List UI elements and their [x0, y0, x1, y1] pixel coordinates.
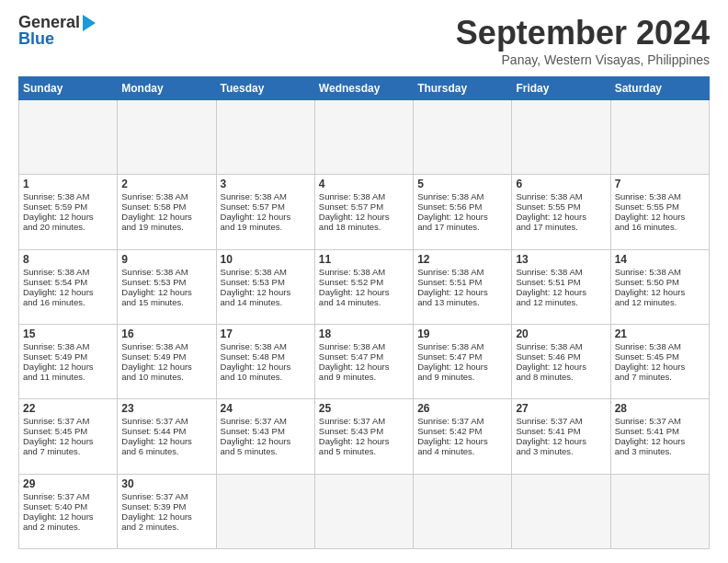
- calendar-cell: [216, 100, 314, 175]
- calendar-cell: 21Sunrise: 5:38 AMSunset: 5:45 PMDayligh…: [610, 324, 709, 398]
- calendar-cell: 13Sunrise: 5:38 AMSunset: 5:51 PMDayligh…: [512, 249, 610, 324]
- day-info: and 5 minutes.: [319, 446, 409, 456]
- day-info: and 2 minutes.: [23, 522, 113, 532]
- calendar-cell: 29Sunrise: 5:37 AMSunset: 5:40 PMDayligh…: [19, 474, 118, 548]
- day-info: Daylight: 12 hours: [23, 362, 113, 372]
- day-number: 3: [221, 178, 311, 190]
- day-info: Sunrise: 5:38 AM: [417, 341, 507, 351]
- header-cell-friday: Friday: [512, 77, 610, 100]
- day-info: Sunrise: 5:37 AM: [516, 416, 606, 426]
- day-info: Sunset: 5:52 PM: [319, 277, 409, 287]
- day-info: and 11 minutes.: [23, 372, 113, 382]
- day-info: and 19 minutes.: [121, 222, 211, 232]
- day-number: 13: [516, 253, 606, 266]
- day-number: 7: [615, 178, 705, 190]
- day-info: and 8 minutes.: [516, 372, 606, 382]
- calendar-cell: [512, 474, 610, 548]
- day-info: Sunset: 5:45 PM: [23, 426, 113, 436]
- day-number: 18: [319, 327, 409, 340]
- day-info: Daylight: 12 hours: [516, 436, 606, 446]
- calendar-cell: [314, 474, 413, 548]
- calendar-cell: 20Sunrise: 5:38 AMSunset: 5:46 PMDayligh…: [512, 324, 610, 398]
- day-number: 15: [23, 327, 113, 340]
- day-info: and 10 minutes.: [221, 372, 311, 382]
- day-info: and 18 minutes.: [319, 222, 409, 232]
- calendar-cell: 18Sunrise: 5:38 AMSunset: 5:47 PMDayligh…: [314, 324, 413, 398]
- day-info: Sunset: 5:43 PM: [319, 426, 409, 436]
- calendar-cell: [19, 100, 118, 175]
- day-info: and 3 minutes.: [516, 446, 606, 456]
- day-number: 28: [615, 402, 705, 415]
- day-info: Daylight: 12 hours: [417, 436, 507, 446]
- week-row-1: 1Sunrise: 5:38 AMSunset: 5:59 PMDaylight…: [19, 175, 710, 249]
- day-info: Sunset: 5:44 PM: [121, 426, 211, 436]
- calendar-cell: 11Sunrise: 5:38 AMSunset: 5:52 PMDayligh…: [314, 249, 413, 324]
- day-number: 12: [417, 253, 507, 266]
- day-info: Sunrise: 5:38 AM: [121, 191, 211, 201]
- day-info: and 14 minutes.: [221, 297, 311, 307]
- day-info: Daylight: 12 hours: [417, 362, 507, 372]
- header-cell-sunday: Sunday: [19, 77, 118, 100]
- day-number: 29: [23, 477, 113, 490]
- subtitle: Panay, Western Visayas, Philippines: [456, 52, 710, 67]
- day-info: Sunrise: 5:37 AM: [121, 491, 211, 501]
- day-info: Daylight: 12 hours: [516, 362, 606, 372]
- day-number: 8: [23, 253, 113, 266]
- calendar-cell: 10Sunrise: 5:38 AMSunset: 5:53 PMDayligh…: [216, 249, 314, 324]
- calendar-cell: 6Sunrise: 5:38 AMSunset: 5:55 PMDaylight…: [512, 175, 610, 249]
- calendar-cell: 14Sunrise: 5:38 AMSunset: 5:50 PMDayligh…: [610, 249, 709, 324]
- calendar-cell: 15Sunrise: 5:38 AMSunset: 5:49 PMDayligh…: [19, 324, 118, 398]
- day-info: Daylight: 12 hours: [121, 436, 211, 446]
- day-info: Sunset: 5:51 PM: [516, 277, 606, 287]
- calendar-cell: [216, 474, 314, 548]
- day-info: Sunrise: 5:37 AM: [221, 416, 311, 426]
- day-info: Sunset: 5:59 PM: [23, 201, 113, 212]
- day-info: Sunset: 5:47 PM: [417, 351, 507, 362]
- day-info: Sunset: 5:48 PM: [221, 351, 311, 362]
- day-info: Sunrise: 5:38 AM: [221, 191, 311, 201]
- calendar-cell: [414, 100, 512, 175]
- day-info: Sunset: 5:49 PM: [121, 351, 211, 362]
- day-info: and 16 minutes.: [23, 297, 113, 307]
- day-number: 14: [615, 253, 705, 266]
- calendar-cell: 26Sunrise: 5:37 AMSunset: 5:42 PMDayligh…: [414, 399, 512, 474]
- calendar-cell: 7Sunrise: 5:38 AMSunset: 5:55 PMDaylight…: [610, 175, 709, 249]
- day-number: 22: [23, 402, 113, 415]
- day-info: and 7 minutes.: [23, 446, 113, 456]
- day-info: Sunrise: 5:37 AM: [23, 491, 113, 501]
- day-info: and 14 minutes.: [319, 297, 409, 307]
- day-info: Sunset: 5:56 PM: [417, 201, 507, 212]
- day-number: 6: [516, 178, 606, 190]
- day-info: and 17 minutes.: [417, 222, 507, 232]
- day-info: Sunrise: 5:38 AM: [319, 191, 409, 201]
- day-info: Daylight: 12 hours: [221, 287, 311, 297]
- day-info: and 7 minutes.: [615, 372, 705, 382]
- day-info: Sunset: 5:54 PM: [23, 277, 113, 287]
- calendar-cell: 12Sunrise: 5:38 AMSunset: 5:51 PMDayligh…: [414, 249, 512, 324]
- day-number: 26: [417, 402, 507, 415]
- day-info: Sunrise: 5:38 AM: [615, 267, 705, 277]
- day-info: and 9 minutes.: [319, 372, 409, 382]
- day-info: Sunset: 5:51 PM: [417, 277, 507, 287]
- day-info: Sunset: 5:53 PM: [121, 277, 211, 287]
- day-number: 23: [121, 402, 211, 415]
- day-number: 10: [221, 253, 311, 266]
- day-info: Daylight: 12 hours: [615, 436, 705, 446]
- header-cell-saturday: Saturday: [610, 77, 709, 100]
- day-info: Daylight: 12 hours: [615, 362, 705, 372]
- day-number: 5: [417, 178, 507, 190]
- day-number: 19: [417, 327, 507, 340]
- calendar-cell: 28Sunrise: 5:37 AMSunset: 5:41 PMDayligh…: [610, 399, 709, 474]
- day-info: Daylight: 12 hours: [23, 212, 113, 222]
- day-info: Sunset: 5:46 PM: [516, 351, 606, 362]
- day-info: Daylight: 12 hours: [221, 362, 311, 372]
- day-info: Sunset: 5:55 PM: [516, 201, 606, 212]
- day-info: Sunset: 5:45 PM: [615, 351, 705, 362]
- page: General Blue September 2024 Panay, Weste…: [0, 0, 728, 563]
- calendar-cell: 16Sunrise: 5:38 AMSunset: 5:49 PMDayligh…: [118, 324, 216, 398]
- day-info: Sunrise: 5:38 AM: [23, 191, 113, 201]
- day-info: Daylight: 12 hours: [516, 287, 606, 297]
- day-info: Sunrise: 5:38 AM: [516, 341, 606, 351]
- day-info: and 9 minutes.: [417, 372, 507, 382]
- day-info: Daylight: 12 hours: [23, 287, 113, 297]
